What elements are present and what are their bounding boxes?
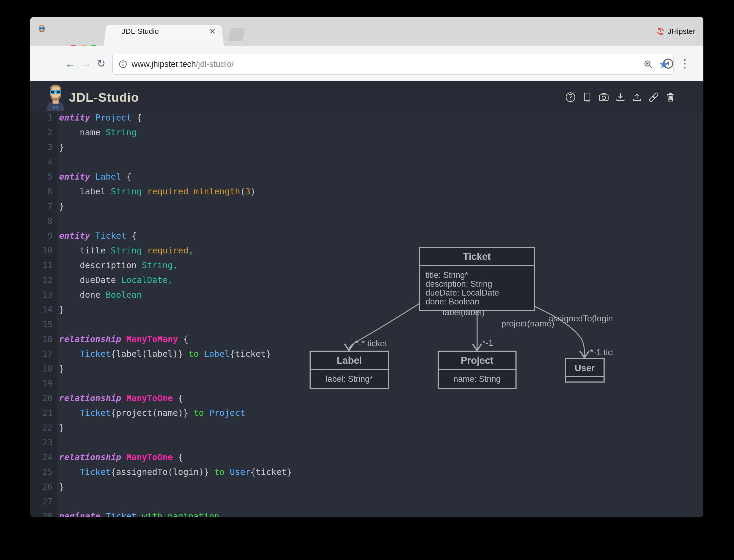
entity-attr: dueDate: LocalDate [426, 288, 499, 297]
info-icon[interactable] [119, 60, 127, 68]
code-line: 1entity Project { [30, 110, 353, 125]
browser-window: JDL-Studio ✕ JHipster ← → ↻ [30, 17, 703, 517]
code-line: 2 name String [30, 125, 353, 140]
line-number: 11 [30, 260, 57, 270]
entity-attr: name: String [453, 374, 501, 384]
code-line: 24relationship ManyToOne { [30, 450, 353, 464]
code-line: 22} [30, 420, 353, 435]
forward-button[interactable]: → [81, 46, 92, 81]
line-number: 9 [30, 231, 57, 241]
entity-box-project[interactable]: Project name: String [438, 351, 516, 388]
tab-title: JDL-Studio [122, 17, 159, 46]
entity-title: Label [337, 355, 362, 366]
profile-badge[interactable]: JHipster [656, 17, 695, 46]
entity-attr: done: Boolean [426, 297, 479, 306]
code-text: title String required, [57, 245, 194, 256]
upload-icon[interactable] [631, 91, 643, 103]
code-text: } [57, 482, 64, 492]
line-number: 4 [30, 157, 57, 167]
code-line: 5entity Label { [30, 169, 353, 184]
trash-icon[interactable] [664, 91, 677, 103]
app-title: JDL-Studio [69, 81, 139, 113]
code-text: description String, [57, 260, 178, 270]
code-line: 7} [30, 199, 353, 213]
code-line: 28paginate Ticket with pagination [30, 509, 353, 517]
line-number: 12 [30, 275, 57, 285]
entity-title: Project [461, 355, 493, 366]
browser-menu-icon[interactable]: ⋮ [679, 46, 691, 81]
code-line: 8 [30, 213, 353, 228]
tab-close-icon[interactable]: ✕ [209, 17, 216, 46]
entity-box-ticket[interactable]: Ticket title: String* description: Strin… [420, 247, 534, 310]
code-text: } [57, 142, 64, 152]
line-number: 26 [30, 482, 57, 492]
cardinality-ticket-user: *-1 ticket [590, 347, 613, 357]
diagram-canvas[interactable]: label(label) project(name) assignedTo(lo… [295, 241, 613, 408]
camera-icon[interactable] [598, 91, 610, 103]
edge-label-project: project(name) [501, 319, 554, 328]
code-text: } [57, 304, 64, 315]
code-text: } [57, 423, 64, 433]
code-text: } [57, 201, 64, 211]
code-line: 21 Ticket{project(name)} to Project [30, 405, 353, 420]
entity-box-label[interactable]: Label label: String* [310, 351, 388, 388]
entity-title: Ticket [463, 251, 490, 262]
code-text: label String required minlength(3) [57, 186, 256, 197]
line-number: 6 [30, 186, 57, 197]
help-icon[interactable] [564, 91, 577, 103]
link-icon[interactable] [648, 91, 660, 103]
code-text: relationship ManyToMany { [57, 334, 188, 344]
code-text: } [57, 363, 64, 374]
entity-box-user[interactable]: User [566, 358, 604, 382]
code-line: 27 [30, 494, 353, 509]
toolbar [564, 81, 677, 113]
line-number: 16 [30, 334, 57, 344]
entity-attr: description: String [426, 279, 492, 289]
line-number: 13 [30, 290, 57, 300]
code-line: 4 [30, 154, 353, 169]
code-line: 23 [30, 435, 353, 450]
code-text: relationship ManyToOne { [57, 452, 183, 462]
code-text: done Boolean [57, 290, 142, 300]
entity-attr: title: String* [426, 270, 468, 280]
entity-title: User [575, 363, 595, 373]
jhipster-avatar [46, 83, 65, 111]
code-text: entity Ticket { [57, 231, 137, 241]
app-header: JDL-Studio [30, 81, 703, 113]
line-number: 18 [30, 363, 57, 374]
zoom-page-icon[interactable] [643, 59, 653, 69]
line-number: 27 [30, 496, 57, 507]
code-text: dueDate LocalDate, [57, 275, 173, 285]
line-number: 14 [30, 304, 57, 315]
line-number: 21 [30, 408, 57, 418]
code-text: entity Project { [57, 112, 142, 123]
code-line: 9entity Ticket { [30, 228, 353, 243]
line-number: 19 [30, 378, 57, 388]
main-content: 1entity Project {2 name String3}45entity… [30, 113, 703, 517]
url-path: /jdl-studio/ [196, 59, 234, 69]
reload-button[interactable]: ↻ [97, 46, 106, 81]
code-text: relationship ManyToOne { [57, 393, 183, 403]
line-number: 5 [30, 172, 57, 182]
tab-strip: JDL-Studio ✕ JHipster [30, 17, 703, 46]
back-button[interactable]: ← [65, 46, 75, 81]
line-number: 3 [30, 142, 57, 152]
arrowhead-label [344, 344, 354, 351]
extension-icon[interactable] [663, 46, 674, 81]
line-number: 25 [30, 467, 57, 477]
book-icon[interactable] [581, 91, 593, 103]
line-number: 10 [30, 245, 57, 256]
code-text: Ticket{label(label)} to Label{ticket} [57, 349, 271, 359]
line-number: 7 [30, 201, 57, 211]
code-text: Ticket{assignedTo(login)} to User{ticket… [57, 467, 292, 477]
code-line: 6 label String required minlength(3) [30, 184, 353, 199]
new-tab-button[interactable] [228, 28, 245, 41]
line-number: 15 [30, 319, 57, 329]
code-line: 26} [30, 479, 353, 494]
code-text: entity Label { [57, 172, 132, 182]
screen: JDL-Studio ✕ JHipster ← → ↻ [0, 0, 734, 560]
line-number: 24 [30, 452, 57, 462]
url-field[interactable]: www.jhipster.tech/jdl-studio/ [112, 54, 674, 75]
download-icon[interactable] [614, 91, 627, 103]
line-number: 2 [30, 127, 57, 137]
